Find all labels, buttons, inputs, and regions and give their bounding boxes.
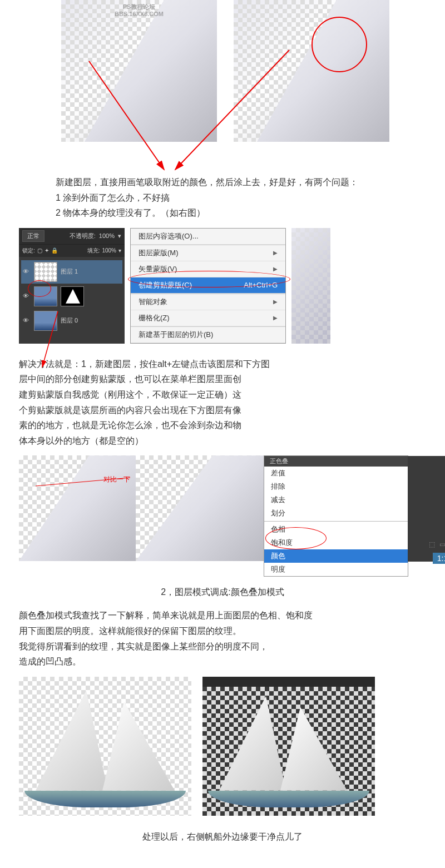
layer-thumbnail[interactable] [34, 286, 57, 306]
layers-panel: 正常 不透明度: 100% ▾ 锁定: ▢ ✦ 🔒 填充: 100% ▾ 👁 [19, 228, 125, 344]
layer-mask-row[interactable]: 👁 [21, 285, 122, 308]
layer-thumbnail[interactable] [34, 311, 57, 331]
sail-preview [291, 228, 330, 344]
lock-all-icon[interactable]: 🔒 [51, 247, 58, 254]
blend-mode-dropdown[interactable]: 正常 [22, 230, 44, 242]
blend-mode-menu: 正色叠 差值 排除 减去 划分 色相 饱和度 颜色 明度 ⬚ ▭ 🗑 1:19 [264, 455, 408, 577]
chevron-right-icon: ▶ [273, 315, 278, 321]
menu-item-rasterize[interactable]: 栅格化(Z)▶ [131, 310, 285, 326]
layer-thumbnail[interactable] [34, 262, 57, 282]
blend-item-hue[interactable]: 色相 [264, 523, 408, 536]
chevron-right-icon: ▶ [273, 299, 278, 305]
result-row [0, 677, 445, 816]
layer-name[interactable]: 图层 0 [61, 316, 78, 325]
visibility-icon[interactable]: 👁 [23, 317, 31, 325]
watermark: PS教程论坛 BBS.16XX8.COM [115, 3, 164, 18]
layer-0-row[interactable]: 👁 图层 0 [21, 309, 122, 333]
chevron-right-icon: ▶ [273, 250, 278, 256]
chevron-right-icon: ▶ [273, 266, 278, 272]
blend-item-luminosity[interactable]: 明度 [264, 563, 408, 576]
sail-comparison-row: PS教程论坛 BBS.16XX8.COM [0, 0, 445, 142]
blend-item-saturation[interactable]: 饱和度 [264, 536, 408, 549]
blend-item-subtract[interactable]: 减去 [264, 493, 408, 507]
panel-icons: ⬚ ▭ 🗑 [429, 540, 445, 548]
menu-item-content-options[interactable]: 图层内容选项(O)... [131, 229, 285, 245]
menu-item-slice[interactable]: 新建基于图层的切片(B) [131, 326, 285, 343]
menu-item-clipping-mask[interactable]: 创建剪贴蒙版(C)Alt+Ctrl+G [131, 277, 285, 294]
visibility-icon[interactable]: 👁 [23, 292, 31, 300]
lock-label: 锁定: [22, 247, 35, 255]
layer-1-row[interactable]: 👁 图层 1 [21, 260, 122, 284]
time-badge: 1:19 [433, 553, 445, 564]
sail-image-left: PS教程论坛 BBS.16XX8.COM [61, 0, 217, 142]
chevron-down-icon[interactable]: ▾ [118, 247, 121, 254]
text-block-4: 颜色叠加模式我查找了一下解释，简单来说就是用上面图层的色相、饱和度 用下面图层的… [0, 608, 445, 668]
shortcut-label: Alt+Ctrl+G [244, 281, 278, 289]
menu-item-smart-object[interactable]: 智能对象▶ [131, 294, 285, 310]
opacity-value[interactable]: 100% [99, 232, 115, 239]
blend-item-exclusion[interactable]: 排除 [264, 480, 408, 493]
fill-label: 填充: [87, 247, 100, 255]
blend-item-color[interactable]: 颜色 [264, 549, 408, 563]
sail-image-right [234, 0, 389, 142]
boat-result-right [202, 677, 375, 816]
blend-item-divide[interactable]: 划分 [264, 507, 408, 520]
opacity-label: 不透明度: [70, 232, 96, 240]
folder-icon[interactable]: ▭ [439, 540, 445, 548]
text-block-5: 处理以后，右侧帆船外边缘要干净点儿了 [0, 831, 445, 843]
chevron-down-icon[interactable]: ▾ [118, 232, 121, 240]
layer-mask-thumbnail[interactable] [61, 286, 84, 306]
layer-context-menu: 图层内容选项(O)... 图层蒙版(M)▶ 矢量蒙版(V)▶ 创建剪贴蒙版(C)… [130, 228, 286, 344]
sail-after [136, 455, 264, 561]
layer-name[interactable]: 图层 1 [61, 267, 78, 276]
blend-comparison-row: 对比一下 正色叠 差值 排除 减去 划分 色相 饱和度 颜色 明度 ⬚ ▭ 🗑 [0, 455, 445, 577]
menu-item-layer-mask[interactable]: 图层蒙版(M)▶ [131, 245, 285, 261]
fill-value[interactable]: 100% [102, 247, 116, 254]
text-block-3: 2，图层模式调成:颜色叠加模式 [0, 587, 445, 598]
text-block-1: 新建图层，直接用画笔吸取附近的颜色，然后涂上去，好是好，有两个问题： 1 涂到外… [0, 175, 445, 220]
blend-header: 正色叠 [264, 456, 408, 467]
text-block-2: 解决方法就是：1，新建图层，按住alt+左键点击该图层和下方图 层中间的部分创建… [0, 357, 445, 448]
lock-pixel-icon[interactable]: ✦ [44, 247, 49, 254]
red-circle-annotation [312, 17, 367, 72]
sail-before: 对比一下 [19, 455, 136, 561]
panels-row: 正常 不透明度: 100% ▾ 锁定: ▢ ✦ 🔒 填充: 100% ▾ 👁 [0, 228, 445, 344]
visibility-icon[interactable]: 👁 [23, 268, 31, 276]
menu-item-vector-mask[interactable]: 矢量蒙版(V)▶ [131, 261, 285, 277]
blend-item-difference[interactable]: 差值 [264, 467, 408, 480]
ps-titlebar [202, 677, 375, 687]
link-icon[interactable]: ⬚ [429, 540, 435, 548]
lock-icon[interactable]: ▢ [37, 247, 42, 254]
svg-line-3 [36, 478, 130, 486]
boat-result-left [19, 677, 191, 816]
